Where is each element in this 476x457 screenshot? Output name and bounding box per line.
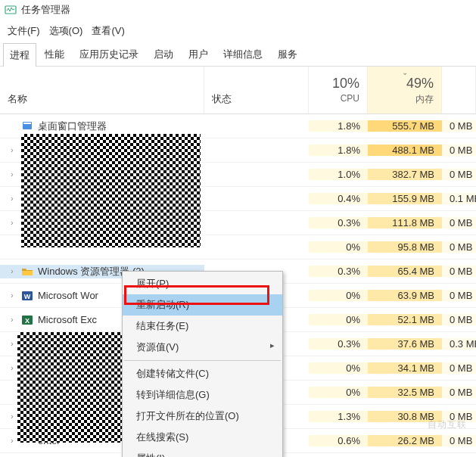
cell-memory: 155.9 MB [368, 193, 442, 204]
expand-toggle[interactable]: › [8, 194, 17, 203]
expand-toggle[interactable]: › [8, 219, 17, 227]
cell-cpu: 0% [309, 387, 368, 398]
svg-text:X: X [25, 317, 30, 325]
cell-disk: 0.3 MB [442, 338, 476, 350]
cell-cpu: 0.3% [309, 217, 368, 228]
ctx-properties[interactable]: 属性(I) [123, 448, 282, 457]
cell-memory: 555.7 MB [368, 120, 442, 132]
cell-memory: 34.1 MB [368, 362, 442, 374]
cell-disk: 0 MB [442, 120, 476, 132]
tabs: 进程 性能 应用历史记录 启动 用户 详细信息 服务 [0, 42, 476, 67]
cell-cpu: 0% [309, 362, 368, 374]
tab-processes[interactable]: 进程 [3, 43, 36, 67]
col-cpu[interactable]: 10%CPU [309, 67, 368, 113]
expand-toggle[interactable]: › [8, 412, 17, 421]
cell-cpu: 0% [309, 314, 368, 325]
cell-cpu: 1.8% [309, 145, 368, 156]
sort-arrow-icon: ⌄ [402, 68, 408, 76]
cpu-pct: 10% [316, 76, 359, 92]
cell-cpu: 1.8% [309, 120, 368, 132]
ctx-goto-details[interactable]: 转到详细信息(G) [123, 384, 282, 406]
cell-cpu: 0.3% [309, 266, 368, 277]
cell-memory: 32.5 MB [368, 387, 442, 398]
watermark: 自动互联 [428, 418, 467, 431]
menu-view[interactable]: 查看(V) [89, 23, 127, 39]
cell-disk: 0 MB [442, 387, 476, 398]
cell-disk: 0 MB [442, 314, 476, 325]
col-status[interactable]: 状态 [204, 67, 309, 113]
expand-toggle[interactable]: › [8, 146, 17, 154]
col-status-label: 状态 [212, 92, 232, 106]
cell-memory: 111.8 MB [368, 217, 442, 228]
cell-memory: 26.2 MB [368, 435, 442, 446]
cell-cpu: 1.0% [309, 169, 368, 180]
expand-toggle[interactable]: › [8, 340, 17, 348]
mem-pct: 49% [375, 76, 434, 92]
cell-disk: 0 MB [442, 145, 476, 156]
cell-memory: 52.1 MB [368, 314, 442, 325]
process-name: 桌面窗口管理器 [38, 120, 107, 133]
titlebar: 任务管理器 [0, 0, 476, 20]
expand-toggle[interactable]: › [8, 364, 17, 372]
context-menu: 展开(P) 重新启动(R) 结束任务(E) 资源值(V) 创建转储文件(C) 转… [122, 271, 283, 457]
expand-toggle[interactable]: › [8, 267, 17, 275]
process-name: Microsoft Exc [38, 314, 97, 325]
cell-memory: 95.8 MB [368, 241, 442, 253]
mem-label: 内存 [375, 93, 434, 106]
tab-details[interactable]: 详细信息 [216, 42, 269, 66]
cell-disk: 0 MB [442, 290, 476, 301]
svg-text:W: W [24, 293, 31, 300]
cell-disk: 0 MB [442, 217, 476, 228]
cell-cpu: 0% [309, 241, 368, 253]
ctx-create-dump[interactable]: 创建转储文件(C) [123, 363, 282, 384]
menubar: 文件(F) 选项(O) 查看(V) [0, 20, 476, 42]
tab-performance[interactable]: 性能 [38, 42, 71, 66]
expand-toggle[interactable]: › [8, 170, 17, 179]
cpu-label: CPU [316, 93, 359, 104]
cell-disk: 0 MB [442, 266, 476, 277]
cell-disk: 0 MB [442, 435, 476, 446]
ctx-restart[interactable]: 重新启动(R) [123, 294, 282, 316]
process-name: Microsoft Wor [38, 290, 98, 301]
tab-history[interactable]: 应用历史记录 [73, 42, 145, 66]
col-name-label: 名称 [8, 92, 27, 106]
cell-cpu: 0% [309, 290, 368, 301]
ctx-separator [124, 360, 281, 361]
ctx-end-task[interactable]: 结束任务(E) [123, 316, 282, 337]
cell-name: 桌面窗口管理器 [0, 120, 204, 133]
cell-memory: 65.4 MB [368, 266, 442, 277]
cell-cpu: 0.3% [309, 338, 368, 350]
col-name[interactable]: 名称 [0, 67, 204, 113]
tab-users[interactable]: 用户 [182, 42, 215, 66]
ctx-search-online[interactable]: 在线搜索(S) [123, 427, 282, 448]
cell-cpu: 1.3% [309, 411, 368, 422]
cell-cpu: 0.4% [309, 193, 368, 204]
censored-region [17, 332, 123, 443]
cell-cpu: 0.6% [309, 435, 368, 446]
tab-startup[interactable]: 启动 [147, 42, 180, 66]
table-header: 名称 状态 10%CPU ⌄49%内存 [0, 67, 476, 114]
cell-memory: 63.9 MB [368, 290, 442, 301]
cell-memory: 488.1 MB [368, 145, 442, 156]
cell-disk: 0 MB [442, 241, 476, 253]
col-memory[interactable]: ⌄49%内存 [368, 67, 442, 113]
svg-rect-2 [23, 123, 31, 124]
censored-region [21, 134, 201, 247]
tab-services[interactable]: 服务 [271, 42, 304, 66]
cell-disk: 0 MB [442, 362, 476, 374]
cell-disk: 0 MB [442, 169, 476, 180]
expand-toggle[interactable]: › [8, 316, 17, 324]
window-title: 任务管理器 [21, 3, 70, 17]
ctx-expand[interactable]: 展开(P) [123, 273, 282, 294]
expand-toggle[interactable]: › [8, 437, 17, 445]
expand-toggle[interactable]: › [8, 291, 17, 300]
menu-options[interactable]: 选项(O) [46, 23, 86, 39]
ctx-resource-values[interactable]: 资源值(V) [123, 337, 282, 358]
menu-file[interactable]: 文件(F) [5, 23, 43, 39]
ctx-open-location[interactable]: 打开文件所在的位置(O) [123, 406, 282, 427]
taskmgr-icon [5, 4, 17, 16]
cell-memory: 37.6 MB [368, 338, 442, 350]
cell-memory: 382.7 MB [368, 169, 442, 180]
col-disk[interactable] [442, 67, 476, 113]
cell-disk: 0.1 MB [442, 193, 476, 204]
